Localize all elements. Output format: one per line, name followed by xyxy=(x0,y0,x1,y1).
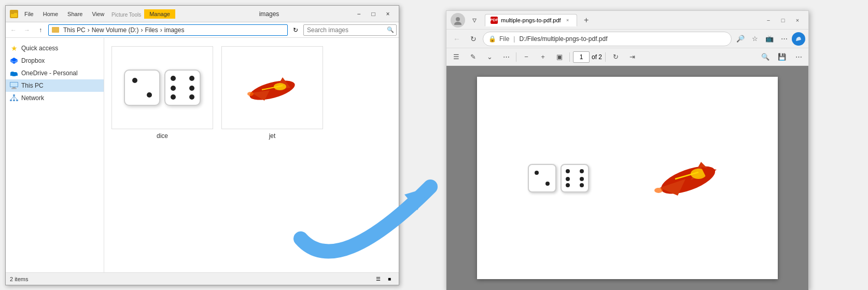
svg-rect-1 xyxy=(11,12,14,14)
pdf-tab-icon: PDF xyxy=(491,17,498,24)
toolbar-sep-3 xyxy=(605,52,606,62)
dropbox-icon xyxy=(10,57,18,65)
browser-maximize-button[interactable]: □ xyxy=(776,15,790,26)
toc-button[interactable]: ☰ xyxy=(450,50,463,64)
pdf-die-2 xyxy=(561,164,589,192)
page-number-input[interactable] xyxy=(573,51,590,63)
pdf-content xyxy=(446,66,808,290)
zoom-in-button-pdf[interactable]: + xyxy=(536,50,550,64)
browser-more-button[interactable]: ⋯ xyxy=(777,32,791,46)
sidebar-item-thispc[interactable]: This PC xyxy=(6,79,104,92)
ribbon-tab-file[interactable]: File xyxy=(20,9,38,19)
read-aloud-button[interactable]: 📺 xyxy=(763,32,776,46)
browser-profile-button[interactable] xyxy=(792,32,805,46)
address-actions: 🔎 ☆ 📺 ⋯ xyxy=(734,32,805,46)
explorer-statusbar: 2 items ☰ ■ xyxy=(6,272,399,285)
profile-icon[interactable] xyxy=(451,13,465,27)
ribbon-tab-manage[interactable]: Manage xyxy=(144,9,175,19)
browser-minimize-button[interactable]: − xyxy=(762,15,775,26)
browser-refresh-button[interactable]: ↻ xyxy=(466,32,481,46)
grid-view-button[interactable]: ■ xyxy=(384,274,395,284)
zoom-out-button[interactable]: − xyxy=(520,50,533,64)
back-button[interactable]: ← xyxy=(8,24,19,36)
svg-rect-17 xyxy=(16,100,18,101)
search-icon: 🔍 xyxy=(387,26,394,33)
search-input[interactable] xyxy=(307,26,385,34)
forward-button[interactable]: → xyxy=(21,24,33,36)
svg-rect-9 xyxy=(10,74,18,76)
ribbon-tab-share[interactable]: Share xyxy=(63,9,87,19)
svg-line-18 xyxy=(11,96,14,100)
file-item-jet[interactable]: jet xyxy=(220,44,324,142)
more-tools-button[interactable]: ⋯ xyxy=(499,50,513,64)
address-lock-icon: 🔒 xyxy=(488,35,496,43)
die-2 xyxy=(164,70,201,106)
pdf-page xyxy=(477,77,778,279)
explorer-window: File Home Share View Picture Tools Manag… xyxy=(5,5,399,285)
browser-tab-pdf[interactable]: PDF multiple-pngs-to-pdf.pdf × xyxy=(485,14,577,26)
minimize-button[interactable]: − xyxy=(352,9,366,19)
next-page-button[interactable]: ⇥ xyxy=(625,50,639,64)
address-bar[interactable]: This PC › New Volume (D:) › Files › imag… xyxy=(48,24,288,36)
sidebar-item-dropbox[interactable]: Dropbox xyxy=(6,54,104,67)
previous-page-button[interactable]: ↻ xyxy=(609,50,622,64)
browser-back-button[interactable]: ← xyxy=(450,32,464,46)
address-crumb-files: Files xyxy=(145,26,158,34)
page-navigation: of 2 xyxy=(573,51,602,63)
favorites-button[interactable]: ☆ xyxy=(748,32,762,46)
address-crumb-newvolume: New Volume (D:) xyxy=(92,26,139,34)
folder-icon xyxy=(52,27,59,33)
svg-line-20 xyxy=(14,96,17,100)
new-tab-button[interactable]: + xyxy=(580,14,593,26)
svg-rect-12 xyxy=(12,87,16,88)
browser-controls-left: ▿ xyxy=(451,13,482,27)
sidebar-item-onedrive[interactable]: OneDrive - Personal xyxy=(6,67,104,79)
sidebar-item-network[interactable]: Network xyxy=(6,92,104,104)
maximize-button[interactable]: □ xyxy=(367,9,380,19)
window-controls: − □ × xyxy=(352,9,395,19)
svg-point-21 xyxy=(248,77,297,104)
annotate-button[interactable]: ✎ xyxy=(466,50,480,64)
browser-address-bar[interactable]: 🔒 File | D:/Files/multiple-pngs-to-pdf.p… xyxy=(483,32,732,46)
ribbon-tab-view[interactable]: View xyxy=(88,9,108,19)
search-bar[interactable]: 🔍 xyxy=(303,24,397,36)
picture-tools-label: Picture Tools xyxy=(109,10,143,18)
svg-point-36 xyxy=(654,188,663,193)
fit-page-button[interactable]: ▣ xyxy=(553,50,566,64)
browser-titlebar: ▿ PDF multiple-pngs-to-pdf.pdf × + − □ × xyxy=(446,11,808,30)
tab-close-button[interactable]: × xyxy=(564,17,571,24)
list-view-button[interactable]: ☰ xyxy=(373,274,383,284)
tab-title: multiple-pngs-to-pdf.pdf xyxy=(501,17,561,23)
pdf-jet-group xyxy=(649,144,727,213)
pdf-search-button[interactable]: 🔍 xyxy=(759,50,772,64)
item-count: 2 items xyxy=(10,276,28,282)
explorer-body: ★ Quick access Dropbox xyxy=(6,38,399,272)
address-bar-row: ← → ↑ This PC › New Volume (D:) › Files … xyxy=(6,22,399,38)
browser-close-button[interactable]: × xyxy=(791,15,804,26)
browser-navbar: ← ↻ 🔒 File | D:/Files/multiple-pngs-to-p… xyxy=(446,30,808,48)
pdf-jet-svg xyxy=(649,144,727,211)
svg-marker-27 xyxy=(404,187,430,210)
refresh-button[interactable]: ↻ xyxy=(290,24,301,36)
extensions-button[interactable]: ▿ xyxy=(467,13,482,27)
close-button[interactable]: × xyxy=(381,9,395,19)
cloud-icon xyxy=(10,69,18,77)
up-button[interactable]: ↑ xyxy=(35,24,46,36)
file-item-dice[interactable]: dice xyxy=(110,44,214,142)
file-name-jet: jet xyxy=(269,132,276,140)
die-1 xyxy=(124,70,160,106)
annotate-dropdown[interactable]: ⌄ xyxy=(483,50,496,64)
explorer-titlebar: File Home Share View Picture Tools Manag… xyxy=(6,6,399,22)
pdf-save-button[interactable]: 💾 xyxy=(775,50,789,64)
total-pages-label: of 2 xyxy=(592,53,602,61)
ribbon-tab-home[interactable]: Home xyxy=(39,9,62,19)
sidebar-item-quickaccess[interactable]: ★ Quick access xyxy=(6,42,104,54)
file-name-dice: dice xyxy=(157,132,168,140)
pdf-dice-group xyxy=(528,164,589,192)
address-crumb-images: images xyxy=(164,26,185,34)
zoom-in-button[interactable]: 🔎 xyxy=(734,32,747,46)
explorer-sidebar: ★ Quick access Dropbox xyxy=(6,38,104,272)
pdf-more-button[interactable]: ⋯ xyxy=(792,50,805,64)
toolbar-sep-1 xyxy=(516,52,516,62)
svg-point-32 xyxy=(657,160,718,199)
